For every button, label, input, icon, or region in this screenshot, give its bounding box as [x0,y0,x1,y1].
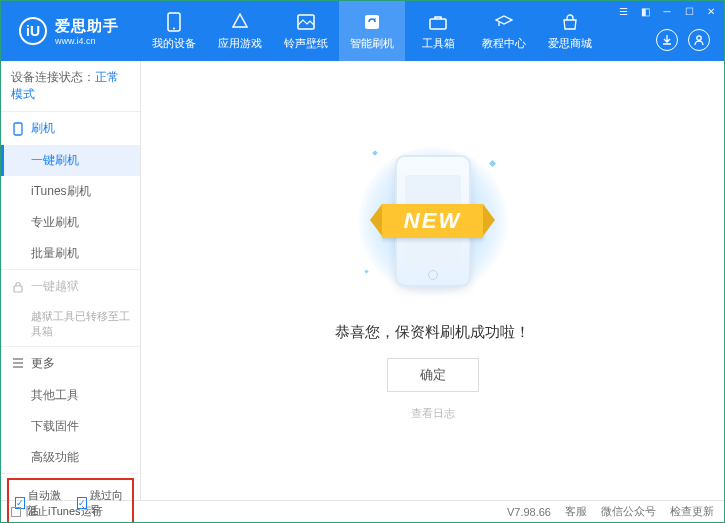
sidebar-item-pro-flash[interactable]: 专业刷机 [1,207,140,238]
sidebar-item-other-tools[interactable]: 其他工具 [1,380,140,411]
wechat-link[interactable]: 微信公众号 [601,504,656,519]
tab-store[interactable]: 爱思商城 [537,1,603,61]
tab-label: 铃声壁纸 [284,36,328,51]
toolbox-icon [428,12,448,32]
download-icon[interactable] [656,29,678,51]
lock-icon [11,280,25,294]
section-jailbreak: 一键越狱 越狱工具已转移至工具箱 [1,270,140,347]
svg-point-5 [697,36,701,40]
minimize-icon[interactable]: ─ [660,4,674,18]
jailbreak-heading[interactable]: 一键越狱 [1,270,140,303]
section-flash: 刷机 一键刷机 iTunes刷机 专业刷机 批量刷机 [1,112,140,270]
user-icon[interactable] [688,29,710,51]
main-content: NEW 恭喜您，保资料刷机成功啦！ 确定 查看日志 [141,61,724,500]
status-right: V7.98.66 客服 微信公众号 检查更新 [507,504,714,519]
svg-rect-4 [430,19,446,29]
svg-point-1 [173,27,175,29]
sidebar-item-advanced[interactable]: 高级功能 [1,442,140,473]
tab-label: 工具箱 [422,36,455,51]
more-head-label: 更多 [31,355,55,372]
tab-my-device[interactable]: 我的设备 [141,1,207,61]
maximize-icon[interactable]: ☐ [682,4,696,18]
support-link[interactable]: 客服 [565,504,587,519]
tab-label: 教程中心 [482,36,526,51]
success-message: 恭喜您，保资料刷机成功啦！ [335,323,530,342]
flash-icon [362,12,382,32]
menu-icon[interactable]: ☰ [616,4,630,18]
logo-area: iU 爱思助手 www.i4.cn [1,17,141,46]
tab-smart-flash[interactable]: 智能刷机 [339,1,405,61]
list-icon [11,356,25,370]
checkbox-empty-icon [11,507,21,517]
conn-label: 设备连接状态： [11,70,95,84]
svg-rect-7 [14,286,22,292]
nav-tabs: 我的设备 应用游戏 铃声壁纸 智能刷机 工具箱 教程中心 爱思商城 [141,1,603,61]
tab-apps-games[interactable]: 应用游戏 [207,1,273,61]
flash-items: 一键刷机 iTunes刷机 专业刷机 批量刷机 [1,145,140,269]
sidebar: 设备连接状态：正常模式 刷机 一键刷机 iTunes刷机 专业刷机 批量刷机 一… [1,61,141,500]
status-left: 阻止iTunes运行 [11,504,103,519]
ok-button[interactable]: 确定 [387,358,479,392]
block-itunes-label: 阻止iTunes运行 [26,504,103,519]
apps-icon [230,12,250,32]
phone-icon [164,12,184,32]
sparkle-icon [488,159,495,166]
app-name: 爱思助手 [55,17,119,36]
more-heading[interactable]: 更多 [1,347,140,380]
connection-status: 设备连接状态：正常模式 [1,61,140,112]
sidebar-item-batch-flash[interactable]: 批量刷机 [1,238,140,269]
success-illustration: NEW [343,141,523,301]
sidebar-item-itunes-flash[interactable]: iTunes刷机 [1,176,140,207]
close-icon[interactable]: ✕ [704,4,718,18]
jailbreak-note: 越狱工具已转移至工具箱 [1,303,140,346]
tab-label: 智能刷机 [350,36,394,51]
jailbreak-head-label: 一键越狱 [31,278,79,295]
sparkle-icon [372,150,378,156]
titlebar: iU 爱思助手 www.i4.cn 我的设备 应用游戏 铃声壁纸 智能刷机 工具… [1,1,724,61]
header-actions [656,29,710,51]
tab-label: 我的设备 [152,36,196,51]
tab-label: 应用游戏 [218,36,262,51]
sidebar-item-download-firmware[interactable]: 下载固件 [1,411,140,442]
tab-tutorials[interactable]: 教程中心 [471,1,537,61]
more-items: 其他工具 下载固件 高级功能 [1,380,140,473]
version-label: V7.98.66 [507,506,551,518]
check-update-link[interactable]: 检查更新 [670,504,714,519]
svg-rect-3 [365,15,379,29]
logo-icon: iU [19,17,47,45]
section-more: 更多 其他工具 下载固件 高级功能 [1,347,140,474]
skin-icon[interactable]: ◧ [638,4,652,18]
checkbox-block-itunes[interactable]: 阻止iTunes运行 [11,504,103,519]
body: 设备连接状态：正常模式 刷机 一键刷机 iTunes刷机 专业刷机 批量刷机 一… [1,61,724,500]
view-log-link[interactable]: 查看日志 [411,406,455,421]
wallpaper-icon [296,12,316,32]
svg-rect-6 [14,123,22,135]
window-controls: ☰ ◧ ─ ☐ ✕ [616,4,718,18]
tutorial-icon [494,12,514,32]
new-ribbon: NEW [382,204,483,238]
sparkle-icon [364,269,368,273]
store-icon [560,12,580,32]
sidebar-item-oneclick-flash[interactable]: 一键刷机 [1,145,140,176]
phone-small-icon [11,122,25,136]
tab-toolbox[interactable]: 工具箱 [405,1,471,61]
logo-text: 爱思助手 www.i4.cn [55,17,119,46]
flash-heading[interactable]: 刷机 [1,112,140,145]
app-url: www.i4.cn [55,36,119,46]
tab-label: 爱思商城 [548,36,592,51]
flash-head-label: 刷机 [31,120,55,137]
app-window: iU 爱思助手 www.i4.cn 我的设备 应用游戏 铃声壁纸 智能刷机 工具… [0,0,725,523]
tab-ringtones[interactable]: 铃声壁纸 [273,1,339,61]
